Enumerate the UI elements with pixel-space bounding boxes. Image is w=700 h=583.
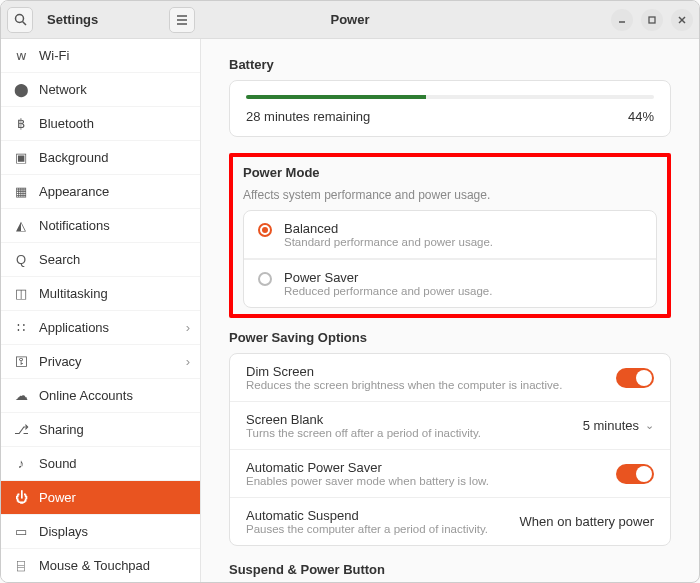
content-area: Battery 28 minutes remaining 44% Power M… [201, 39, 699, 582]
auto-suspend-value: When on battery power [520, 514, 654, 529]
notifications-icon: ◭ [13, 218, 29, 233]
battery-section-title: Battery [229, 57, 671, 72]
battery-percent-text: 44% [628, 109, 654, 124]
sidebar-item-label: Notifications [39, 218, 110, 233]
sidebar-item-mouse-touchpad[interactable]: ⌸Mouse & Touchpad [1, 549, 200, 582]
battery-remaining-text: 28 minutes remaining [246, 109, 370, 124]
auto-power-saver-desc: Enables power saver mode when battery is… [246, 475, 489, 487]
power-mode-card: Balanced Standard performance and power … [243, 210, 657, 308]
sidebar-item-label: Sharing [39, 422, 84, 437]
dim-screen-row: Dim Screen Reduces the screen brightness… [230, 354, 670, 401]
sharing-icon: ⎇ [13, 422, 29, 437]
wifi-icon: ᴡ [13, 48, 29, 63]
option-desc: Standard performance and power usage. [284, 236, 493, 248]
maximize-button[interactable] [641, 9, 663, 31]
option-title: Balanced [284, 221, 493, 236]
sidebar-item-label: Applications [39, 320, 109, 335]
chevron-down-icon: ⌄ [645, 419, 654, 432]
sound-icon: ♪ [13, 456, 29, 471]
screen-blank-row[interactable]: Screen Blank Turns the screen off after … [230, 401, 670, 449]
minimize-button[interactable] [611, 9, 633, 31]
svg-line-1 [22, 22, 26, 26]
sidebar-item-label: Privacy [39, 354, 82, 369]
suspend-button-section-title: Suspend & Power Button [229, 562, 671, 577]
sidebar: ᴡWi-Fi⬤Network฿Bluetooth▣Background▦Appe… [1, 39, 201, 582]
radio-unchecked-icon [258, 272, 272, 286]
titlebar: Settings Power [1, 1, 699, 39]
sidebar-item-background[interactable]: ▣Background [1, 141, 200, 175]
sidebar-item-privacy[interactable]: ⚿Privacy› [1, 345, 200, 379]
screen-blank-title: Screen Blank [246, 412, 481, 427]
close-icon [677, 15, 687, 25]
mouse-icon: ⌸ [13, 558, 29, 573]
sidebar-item-power[interactable]: ⏻Power [1, 481, 200, 515]
sidebar-item-wi-fi[interactable]: ᴡWi-Fi [1, 39, 200, 73]
hamburger-icon [176, 15, 188, 25]
power-mode-highlight: Power Mode Affects system performance an… [229, 153, 671, 318]
power-icon: ⏻ [13, 490, 29, 505]
multitasking-icon: ◫ [13, 286, 29, 301]
sidebar-item-appearance[interactable]: ▦Appearance [1, 175, 200, 209]
sidebar-item-label: Power [39, 490, 76, 505]
sidebar-item-label: Wi-Fi [39, 48, 69, 63]
sidebar-item-search[interactable]: QSearch [1, 243, 200, 277]
sidebar-item-label: Displays [39, 524, 88, 539]
sidebar-item-multitasking[interactable]: ◫Multitasking [1, 277, 200, 311]
svg-rect-6 [649, 17, 655, 23]
sidebar-item-sharing[interactable]: ⎇Sharing [1, 413, 200, 447]
power-mode-section-title: Power Mode [243, 165, 657, 180]
sidebar-item-network[interactable]: ⬤Network [1, 73, 200, 107]
dim-screen-desc: Reduces the screen brightness when the c… [246, 379, 562, 391]
chevron-right-icon: › [186, 320, 190, 335]
page-title: Power [1, 12, 699, 27]
auto-power-saver-title: Automatic Power Saver [246, 460, 489, 475]
power-mode-option-power-saver[interactable]: Power Saver Reduced performance and powe… [244, 259, 656, 307]
screen-blank-value: 5 minutes [583, 418, 639, 433]
appearance-icon: ▦ [13, 184, 29, 199]
sidebar-item-applications[interactable]: ∷Applications› [1, 311, 200, 345]
applications-icon: ∷ [13, 320, 29, 335]
screen-blank-combo[interactable]: 5 minutes ⌄ [583, 418, 654, 433]
auto-power-saver-switch[interactable] [616, 464, 654, 484]
battery-progress [246, 95, 654, 99]
svg-point-0 [15, 15, 23, 23]
maximize-icon [647, 15, 657, 25]
sidebar-item-online-accounts[interactable]: ☁Online Accounts [1, 379, 200, 413]
search-button[interactable] [7, 7, 33, 33]
sidebar-item-label: Multitasking [39, 286, 108, 301]
battery-card: 28 minutes remaining 44% [229, 80, 671, 137]
sidebar-item-sound[interactable]: ♪Sound [1, 447, 200, 481]
option-title: Power Saver [284, 270, 492, 285]
sidebar-item-label: Network [39, 82, 87, 97]
sidebar-item-label: Mouse & Touchpad [39, 558, 150, 573]
search-icon [14, 13, 27, 26]
radio-checked-icon [258, 223, 272, 237]
app-title: Settings [47, 12, 98, 27]
power-saving-card: Dim Screen Reduces the screen brightness… [229, 353, 671, 546]
power-mode-option-balanced[interactable]: Balanced Standard performance and power … [244, 211, 656, 259]
auto-suspend-row[interactable]: Automatic Suspend Pauses the computer af… [230, 497, 670, 545]
power-saving-section-title: Power Saving Options [229, 330, 671, 345]
search-icon: Q [13, 252, 29, 267]
power-mode-description: Affects system performance and power usa… [243, 188, 657, 202]
sidebar-item-label: Online Accounts [39, 388, 133, 403]
sidebar-item-label: Sound [39, 456, 77, 471]
network-icon: ⬤ [13, 82, 29, 97]
sidebar-item-bluetooth[interactable]: ฿Bluetooth [1, 107, 200, 141]
sidebar-item-label: Appearance [39, 184, 109, 199]
displays-icon: ▭ [13, 524, 29, 539]
cloud-icon: ☁ [13, 388, 29, 403]
sidebar-item-displays[interactable]: ▭Displays [1, 515, 200, 549]
auto-power-saver-row: Automatic Power Saver Enables power save… [230, 449, 670, 497]
option-desc: Reduced performance and power usage. [284, 285, 492, 297]
screen-blank-desc: Turns the screen off after a period of i… [246, 427, 481, 439]
background-icon: ▣ [13, 150, 29, 165]
minimize-icon [617, 15, 627, 25]
close-button[interactable] [671, 9, 693, 31]
sidebar-item-label: Bluetooth [39, 116, 94, 131]
menu-button[interactable] [169, 7, 195, 33]
dim-screen-switch[interactable] [616, 368, 654, 388]
sidebar-item-notifications[interactable]: ◭Notifications [1, 209, 200, 243]
auto-suspend-title: Automatic Suspend [246, 508, 488, 523]
auto-suspend-desc: Pauses the computer after a period of in… [246, 523, 488, 535]
